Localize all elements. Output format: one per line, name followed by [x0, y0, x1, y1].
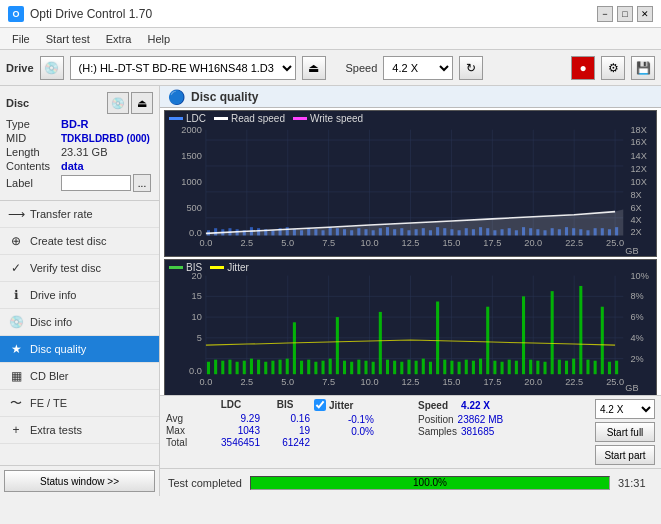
disc-quality-icon: ★	[8, 341, 24, 357]
svg-rect-156	[329, 359, 332, 375]
disc-eject-btn[interactable]: ⏏	[131, 92, 153, 114]
label-input[interactable]	[61, 175, 131, 191]
progress-percent: 100.0%	[251, 477, 609, 489]
svg-text:7.5: 7.5	[322, 377, 335, 387]
svg-rect-153	[307, 360, 310, 375]
svg-rect-172	[443, 360, 446, 375]
sidebar-item-cd-bler[interactable]: ▦ CD Bler	[0, 363, 159, 390]
jitter-stats: Jitter -0.1% 0.0%	[314, 399, 414, 437]
refresh-button[interactable]: ↻	[459, 56, 483, 80]
chart2-svg: 20 15 10 5 0.0 10% 8% 6% 4% 2% 0.0 2.5 5…	[165, 260, 656, 395]
settings-button[interactable]: ⚙	[601, 56, 625, 80]
close-button[interactable]: ✕	[637, 6, 653, 22]
speed-label: Speed	[346, 62, 378, 74]
sidebar-item-drive-info[interactable]: ℹ Drive info	[0, 282, 159, 309]
cd-bler-icon: ▦	[8, 368, 24, 384]
svg-rect-146	[257, 360, 260, 375]
svg-text:25.0: 25.0	[606, 377, 624, 387]
svg-rect-151	[293, 322, 296, 374]
save-button[interactable]: 💾	[631, 56, 655, 80]
read-speed-legend-label: Read speed	[231, 113, 285, 124]
sidebar-item-label: CD Bler	[30, 370, 69, 382]
max-jitter: 0.0%	[314, 426, 374, 437]
svg-text:GB: GB	[625, 246, 638, 256]
svg-text:12.5: 12.5	[402, 238, 420, 248]
svg-text:15: 15	[192, 292, 202, 302]
speed-control-select[interactable]: 4.2 X	[595, 399, 655, 419]
theme-button[interactable]: ●	[571, 56, 595, 80]
sidebar-item-create-test-disc[interactable]: ⊕ Create test disc	[0, 228, 159, 255]
svg-text:6%: 6%	[630, 312, 643, 322]
eject-button[interactable]: ⏏	[302, 56, 326, 80]
ldc-bis-stats: LDC BIS Avg 9.29 0.16 Max 1043 19 Total …	[166, 399, 310, 448]
total-label: Total	[166, 437, 202, 448]
sidebar-item-transfer-rate[interactable]: ⟶ Transfer rate	[0, 201, 159, 228]
start-full-button[interactable]: Start full	[595, 422, 655, 442]
maximize-button[interactable]: □	[617, 6, 633, 22]
length-value: 23.31 GB	[61, 146, 107, 158]
mid-value: TDKBLDRBD (000)	[61, 133, 150, 144]
samples-label: Samples	[418, 426, 457, 437]
svg-text:2.5: 2.5	[240, 377, 253, 387]
sidebar-item-disc-info[interactable]: 💿 Disc info	[0, 309, 159, 336]
sidebar-item-disc-quality[interactable]: ★ Disc quality	[0, 336, 159, 363]
svg-rect-163	[379, 312, 382, 374]
svg-rect-196	[615, 361, 618, 374]
svg-rect-189	[565, 361, 568, 374]
svg-text:14X: 14X	[630, 151, 646, 161]
drive-selector[interactable]: (H:) HL-DT-ST BD-RE WH16NS48 1.D3	[70, 56, 296, 80]
position-label: Position	[418, 414, 454, 425]
minimize-button[interactable]: −	[597, 6, 613, 22]
sidebar-item-label: Create test disc	[30, 235, 106, 247]
svg-rect-159	[350, 362, 353, 374]
extra-tests-icon: +	[8, 422, 24, 438]
sidebar-item-fe-te[interactable]: 〜 FE / TE	[0, 390, 159, 417]
svg-text:12X: 12X	[630, 164, 646, 174]
fe-te-icon: 〜	[8, 395, 24, 411]
create-disc-icon: ⊕	[8, 233, 24, 249]
sidebar-item-verify-test-disc[interactable]: ✓ Verify test disc	[0, 255, 159, 282]
svg-text:0.0: 0.0	[200, 238, 213, 248]
jitter-checkbox[interactable]	[314, 399, 326, 411]
menu-help[interactable]: Help	[139, 31, 178, 47]
svg-text:16X: 16X	[630, 137, 646, 147]
disc-section-title: Disc	[6, 97, 29, 109]
chart1-legend: LDC Read speed Write speed	[169, 113, 363, 124]
menu-file[interactable]: File	[4, 31, 38, 47]
avg-label: Avg	[166, 413, 202, 424]
svg-rect-148	[271, 361, 274, 374]
svg-text:10.0: 10.0	[361, 238, 379, 248]
svg-rect-187	[551, 291, 554, 374]
speed-selector[interactable]: 4.2 X	[383, 56, 453, 80]
svg-rect-178	[486, 307, 489, 374]
svg-text:4%: 4%	[630, 333, 643, 343]
total-ldc: 3546451	[202, 437, 260, 448]
svg-rect-190	[572, 359, 575, 375]
speed-col-header: Speed	[418, 400, 448, 411]
menu-start-test[interactable]: Start test	[38, 31, 98, 47]
position-value: 23862 MB	[458, 414, 504, 425]
status-window-button[interactable]: Status window >>	[4, 470, 155, 492]
start-part-button[interactable]: Start part	[595, 445, 655, 465]
svg-text:2.5: 2.5	[240, 238, 253, 248]
svg-text:22.5: 22.5	[565, 377, 583, 387]
sidebar-item-extra-tests[interactable]: + Extra tests	[0, 417, 159, 444]
app-icon: O	[8, 6, 24, 22]
svg-rect-183	[522, 297, 525, 375]
sidebar-item-label: Drive info	[30, 289, 76, 301]
drive-icon-btn[interactable]: 💿	[40, 56, 64, 80]
svg-text:2%: 2%	[630, 354, 643, 364]
disc-info-btn[interactable]: 💿	[107, 92, 129, 114]
svg-rect-158	[343, 361, 346, 374]
max-ldc: 1043	[202, 425, 260, 436]
svg-text:2000: 2000	[181, 125, 201, 135]
label-browse-btn[interactable]: ...	[133, 174, 151, 192]
toolbar: Drive 💿 (H:) HL-DT-ST BD-RE WH16NS48 1.D…	[0, 50, 661, 86]
avg-jitter: -0.1%	[314, 414, 374, 425]
svg-rect-173	[450, 361, 453, 374]
svg-rect-165	[393, 361, 396, 374]
menu-extra[interactable]: Extra	[98, 31, 140, 47]
svg-rect-152	[300, 361, 303, 374]
window-controls: − □ ✕	[597, 6, 653, 22]
svg-rect-169	[422, 359, 425, 375]
